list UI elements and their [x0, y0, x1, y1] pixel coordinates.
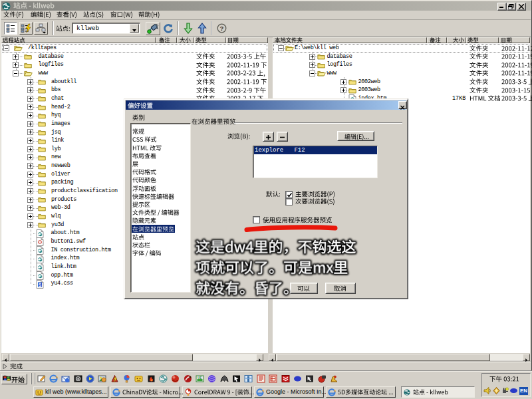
svg-text:UE: UE — [198, 376, 201, 380]
svg-text:S: S — [39, 282, 42, 287]
svg-text:?: ? — [220, 25, 224, 32]
